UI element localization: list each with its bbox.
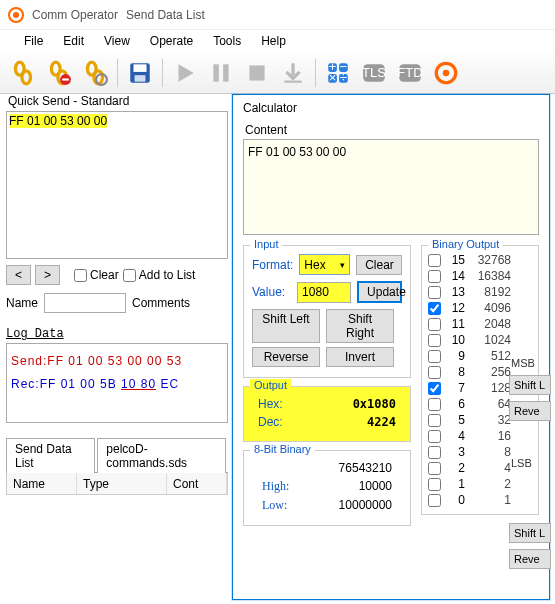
bit-checkbox-4[interactable]: [428, 430, 441, 443]
doc-title: Send Data List: [126, 8, 205, 22]
bit-val: 1024: [471, 333, 511, 347]
svg-rect-13: [223, 64, 228, 81]
quicksend-box[interactable]: FF 01 00 53 00 00: [6, 111, 228, 259]
link-settings-icon[interactable]: [78, 56, 112, 90]
link-icon[interactable]: [6, 56, 40, 90]
bit-checkbox-5[interactable]: [428, 414, 441, 427]
invert-button[interactable]: Invert: [326, 347, 394, 367]
prev-button[interactable]: <: [6, 265, 31, 285]
name-input[interactable]: [44, 293, 126, 313]
bit-num: 6: [447, 397, 465, 411]
bit-num: 8: [447, 365, 465, 379]
output-fieldset: Output Hex:0x1080 Dec:4224: [243, 386, 411, 442]
bit-checkbox-2[interactable]: [428, 462, 441, 475]
addtolist-checkbox[interactable]: Add to List: [123, 268, 196, 282]
bit-val: 32: [471, 413, 511, 427]
bit-checkbox-9[interactable]: [428, 350, 441, 363]
menu-edit[interactable]: Edit: [55, 32, 92, 50]
bit-checkbox-0[interactable]: [428, 494, 441, 507]
bit-num: 1: [447, 477, 465, 491]
log-rec-line: Rec:FF 01 00 5B 10 80 EC: [11, 377, 179, 391]
dec-value: 4224: [367, 415, 396, 429]
hex-value: 0x1080: [353, 397, 396, 411]
ftd-icon[interactable]: FTD: [393, 56, 427, 90]
quicksend-title: Quick Send - Standard: [6, 94, 228, 108]
play-icon[interactable]: [168, 56, 202, 90]
svg-text:×: ×: [329, 70, 337, 85]
menu-file[interactable]: File: [16, 32, 51, 50]
pause-icon[interactable]: [204, 56, 238, 90]
name-label: Name: [6, 296, 38, 310]
bit-checkbox-10[interactable]: [428, 334, 441, 347]
grid-header: Name Type Cont: [6, 473, 228, 495]
svg-text:÷: ÷: [340, 70, 347, 85]
app-icon: [8, 7, 24, 23]
format-select[interactable]: Hex: [299, 254, 350, 275]
hex-label: Hex:: [258, 397, 283, 411]
bit-val: 64: [471, 397, 511, 411]
bit-val: 4: [471, 461, 511, 475]
calculator-icon[interactable]: +−×÷: [321, 56, 355, 90]
save-icon[interactable]: [123, 56, 157, 90]
side-reverse-button-2[interactable]: Reve: [509, 549, 551, 569]
bit-checkbox-8[interactable]: [428, 366, 441, 379]
bit-val: 256: [471, 365, 511, 379]
bit-val: 512: [471, 349, 511, 363]
link-break-icon[interactable]: [42, 56, 76, 90]
bit-checkbox-14[interactable]: [428, 270, 441, 283]
update-button[interactable]: Update: [357, 281, 402, 303]
content-box[interactable]: FF 01 00 53 00 00: [243, 139, 539, 235]
bit-checkbox-3[interactable]: [428, 446, 441, 459]
shift-left-button[interactable]: Shift Left: [252, 309, 320, 343]
comments-label: Comments: [132, 296, 190, 310]
tab-pelcod[interactable]: pelcoD-commands.sds: [97, 438, 226, 473]
download-icon[interactable]: [276, 56, 310, 90]
bit-checkbox-11[interactable]: [428, 318, 441, 331]
svg-rect-15: [284, 81, 301, 83]
bit-checkbox-15[interactable]: [428, 254, 441, 267]
shift-right-button[interactable]: Shift Right: [326, 309, 394, 343]
svg-point-29: [443, 70, 450, 77]
stop-icon[interactable]: [240, 56, 274, 90]
svg-rect-10: [134, 64, 147, 72]
side-shift-button-1[interactable]: Shift L: [509, 375, 551, 395]
tab-send-data-list[interactable]: Send Data List: [6, 438, 95, 473]
calculator-panel: Calculator Content FF 01 00 53 00 00 Inp…: [232, 94, 550, 600]
menu-tools[interactable]: Tools: [205, 32, 249, 50]
bit-checkbox-6[interactable]: [428, 398, 441, 411]
menu-operate[interactable]: Operate: [142, 32, 201, 50]
bit-val: 8: [471, 445, 511, 459]
bit-checkbox-13[interactable]: [428, 286, 441, 299]
bit-num: 7: [447, 381, 465, 395]
bit-num: 0: [447, 493, 465, 507]
side-shift-button-2[interactable]: Shift L: [509, 523, 551, 543]
tls-icon[interactable]: TLS: [357, 56, 391, 90]
side-reverse-button-1[interactable]: Reve: [509, 401, 551, 421]
clear-button[interactable]: Clear: [356, 255, 402, 275]
log-box[interactable]: Send:FF 01 00 53 00 00 53 Rec:FF 01 00 5…: [6, 343, 228, 423]
col-content[interactable]: Cont: [167, 473, 227, 494]
next-button[interactable]: >: [35, 265, 60, 285]
target-icon[interactable]: [429, 56, 463, 90]
bit-val: 128: [471, 381, 511, 395]
bit-num: 14: [447, 269, 465, 283]
value-input[interactable]: [297, 282, 351, 303]
low-label: Low:: [262, 498, 287, 513]
clear-checkbox[interactable]: Clear: [74, 268, 119, 282]
bit-checkbox-1[interactable]: [428, 478, 441, 491]
log-send-line: Send:FF 01 00 53 00 00 53: [11, 354, 182, 368]
dec-label: Dec:: [258, 415, 283, 429]
bit-checkbox-7[interactable]: [428, 382, 441, 395]
bit-val: 16384: [471, 269, 511, 283]
quicksend-value: FF 01 00 53 00 00: [9, 114, 107, 128]
col-name[interactable]: Name: [7, 473, 77, 494]
bit-num: 3: [447, 445, 465, 459]
bit-checkbox-12[interactable]: [428, 302, 441, 315]
reverse-button[interactable]: Reverse: [252, 347, 320, 367]
bit-row-11: 112048: [428, 316, 534, 332]
col-type[interactable]: Type: [77, 473, 167, 494]
menu-view[interactable]: View: [96, 32, 138, 50]
svg-rect-11: [135, 75, 146, 82]
bit-val: 4096: [471, 301, 511, 315]
menu-help[interactable]: Help: [253, 32, 294, 50]
